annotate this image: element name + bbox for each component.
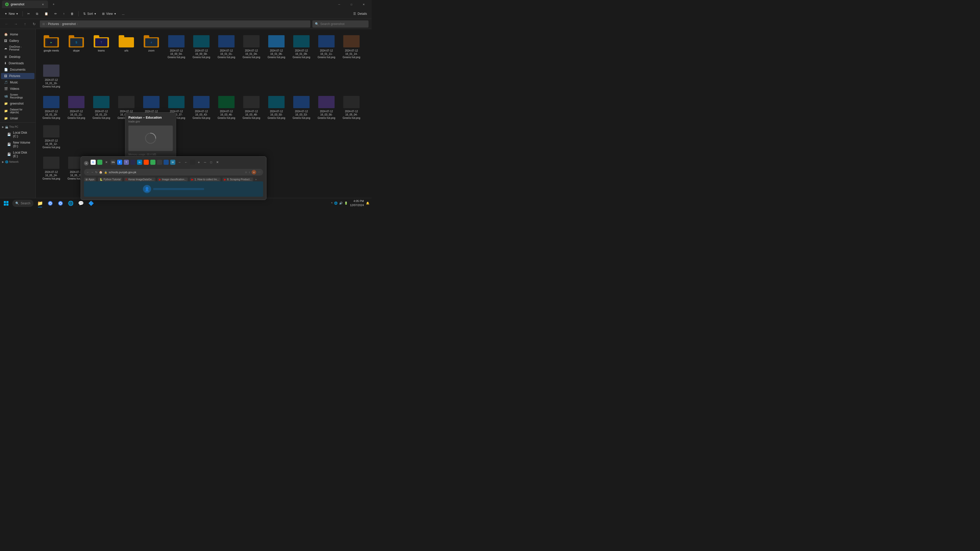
sidebar-item-screen-recordings[interactable]: 📹 Screen Recordings: [1, 92, 35, 100]
more-bookmarks[interactable]: »: [255, 178, 257, 181]
back-button[interactable]: ←: [3, 21, 10, 27]
breadcrumb[interactable]: ⊞ › Pictures › greenshot ›: [40, 21, 310, 27]
forward-btn-mini[interactable]: →: [91, 171, 94, 174]
file-item[interactable]: 2024-07-12 16_03_43-Greens hot.png: [190, 94, 213, 121]
sidebar-item-greenshot[interactable]: 📁 greenshot: [1, 100, 35, 106]
file-item[interactable]: 2024-07-12 16_01_16-Greens hot.png: [40, 62, 63, 90]
file-item[interactable]: 2024-07-12 16_01_09-Greens hot.png: [290, 33, 313, 60]
file-item[interactable]: 2024-07-12 16_05_24-Greens hot.png: [40, 155, 63, 182]
file-item[interactable]: 2024-07-12 16_01_11-Greens hot.png: [315, 33, 338, 60]
bookmark-apps[interactable]: ⊞ Apps: [84, 178, 96, 181]
folder-skype[interactable]: S skype: [65, 33, 88, 60]
battery-icon[interactable]: 🔋: [344, 202, 348, 205]
browser-tab-box[interactable]: [130, 160, 135, 165]
forward-button[interactable]: →: [12, 21, 19, 27]
bookmark-image-class[interactable]: ▶ Image classification...: [158, 178, 188, 181]
file-item[interactable]: 2024-07-12 16_01_21-Greens hot.png: [65, 94, 88, 121]
file-item[interactable]: 2024-07-12 16_03_50-Greens hot.png: [265, 94, 288, 121]
start-button[interactable]: [2, 199, 10, 207]
file-item[interactable]: 2024-07-12 16_01_06-Greens hot.png: [265, 33, 288, 60]
browser-tab-sn[interactable]: SN: [110, 160, 116, 165]
browser-tab-wp[interactable]: W: [170, 160, 175, 165]
browser-tab-sm[interactable]: [144, 160, 149, 165]
up-button[interactable]: ↑: [21, 21, 29, 27]
details-button[interactable]: ☰ Details: [351, 10, 369, 18]
browser-tab-media[interactable]: [190, 160, 195, 165]
sidebar-item-local-e[interactable]: 💾 Local Disk (E:): [1, 149, 35, 159]
breadcrumb-pictures[interactable]: Pictures: [48, 22, 59, 26]
new-tab-btn-browser[interactable]: +: [197, 160, 201, 164]
bookmark-collect[interactable]: ▶ 1. How to collect Im...: [190, 178, 221, 181]
browser-maximize-btn[interactable]: □: [209, 160, 213, 164]
delete-button[interactable]: 🗑: [68, 10, 76, 18]
file-item[interactable]: 2024-07-12 16_03_48-Greens hot.png: [240, 94, 263, 121]
file-item[interactable]: 2024-07-12 16_01_23-Greens hot.png: [90, 94, 113, 121]
bookmark-keras[interactable]: K Keras ImageDataGe...: [124, 178, 156, 181]
file-item[interactable]: 2024-07-12 16_01_01-Greens hot.png: [215, 33, 238, 60]
sidebar-expand-network[interactable]: ▶ 🌐 Network: [0, 159, 35, 164]
sidebar-item-umair[interactable]: 📁 Umair: [1, 115, 35, 121]
file-item[interactable]: 2024-07-12 16_05_12-Greens hot.png: [40, 123, 63, 151]
file-item[interactable]: 2024-07-12 16_01_04-Greens hot.png: [240, 33, 263, 60]
folder-urls[interactable]: urls: [115, 33, 138, 60]
browser-tab-close[interactable]: ✕: [104, 160, 109, 165]
window-tab[interactable]: greenshot ✕: [2, 0, 48, 8]
home-btn-mini[interactable]: 🏠: [99, 171, 103, 174]
menu-btn-mini[interactable]: ⋯: [258, 171, 261, 174]
sort-button[interactable]: ⇅ Sort ▾: [81, 10, 99, 18]
bookmark-scraping[interactable]: ▶ 8. Scraping Product...: [223, 178, 253, 181]
maximize-btn[interactable]: □: [345, 0, 357, 9]
browser-close-window-btn[interactable]: ✕: [215, 160, 220, 164]
browser-tab-grid[interactable]: [157, 160, 162, 165]
notification-icon[interactable]: 🔔: [366, 202, 369, 205]
sidebar-item-local-c[interactable]: 💾 Local Disk (C:): [1, 130, 35, 139]
copy-button[interactable]: ⧉: [33, 10, 41, 18]
browser-tab-li[interactable]: in: [137, 160, 142, 165]
file-item[interactable]: 2024-07-12 16_00_54-Greens hot.png: [165, 33, 188, 60]
sidebar-item-documents[interactable]: 📄 Documents: [1, 67, 35, 73]
sidebar-expand-thispc[interactable]: ▶ 💻 This PC: [0, 124, 35, 129]
file-item[interactable]: 2024-07-12 16_01_14-Greens hot.png: [340, 33, 363, 60]
file-item[interactable]: 2024-07-12 16_03_46-Greens hot.png: [215, 94, 238, 121]
sidebar-item-pictures[interactable]: 🖼 Pictures: [1, 73, 35, 79]
refresh-button[interactable]: ↻: [30, 21, 38, 27]
breadcrumb-greenshot[interactable]: greenshot: [62, 22, 76, 26]
browser-popup-close[interactable]: ✕: [84, 161, 89, 165]
new-button[interactable]: ✦ New ▾: [2, 10, 21, 18]
taskbar-chrome[interactable]: [46, 199, 55, 208]
bookmark-python[interactable]: 🐍 Python Tutorial: [98, 178, 122, 181]
back-btn-mini[interactable]: ←: [86, 171, 89, 174]
close-btn[interactable]: ✕: [358, 0, 369, 9]
browser-tab-back[interactable]: ←: [183, 160, 189, 165]
url-text[interactable]: schools.punjab.gov.pk: [109, 171, 243, 174]
minimize-btn[interactable]: ─: [333, 0, 345, 9]
browser-tab-arrow[interactable]: →: [177, 160, 182, 165]
sidebar-item-onedrive[interactable]: ☁ OneDrive - Personal: [1, 44, 35, 52]
browser-minimize-btn[interactable]: ─: [202, 160, 208, 164]
chevron-icon[interactable]: ^: [331, 202, 332, 205]
bookmark-icon[interactable]: ☆: [245, 171, 247, 174]
share-button[interactable]: ↑: [60, 10, 67, 18]
sidebar-item-gallery[interactable]: 🖼 Gallery: [1, 38, 35, 44]
sidebar-item-downloads[interactable]: ⬇ Downloads: [1, 60, 35, 66]
volume-icon[interactable]: 🔊: [339, 202, 343, 205]
avatar-mini[interactable]: U: [251, 170, 256, 175]
browser-tab-teams[interactable]: T: [124, 160, 129, 165]
view-button[interactable]: ⊞ View ▾: [100, 10, 118, 18]
more-button[interactable]: ...: [119, 10, 127, 18]
sidebar-item-desktop[interactable]: 🖥 Desktop: [1, 54, 35, 60]
browser-tab-data[interactable]: [164, 160, 169, 165]
sidebar-item-home[interactable]: 🏠 Home: [1, 32, 35, 38]
file-item[interactable]: 2024-07-12 16_01_19-Greens hot.png: [40, 94, 63, 121]
sidebar-item-videos[interactable]: 🎬 Videos: [1, 86, 35, 92]
cut-button[interactable]: ✂: [25, 10, 32, 18]
browser-tab-map2[interactable]: [150, 160, 156, 165]
browser-tab-fb[interactable]: f: [117, 160, 122, 165]
search-input[interactable]: [320, 22, 366, 26]
refresh-btn-mini[interactable]: ↻: [95, 171, 97, 174]
browser-tab-g[interactable]: G: [91, 160, 96, 165]
sidebar-item-dataset[interactable]: 📁 Dataset for objects(: [1, 107, 35, 115]
sidebar-item-music[interactable]: 🎵 Music: [1, 79, 35, 86]
file-item[interactable]: 2024-07-12 16_00_58-Greens hot.png: [190, 33, 213, 60]
file-item[interactable]: 2024-07-12 16_05_04-Greens hot.png: [340, 94, 363, 121]
